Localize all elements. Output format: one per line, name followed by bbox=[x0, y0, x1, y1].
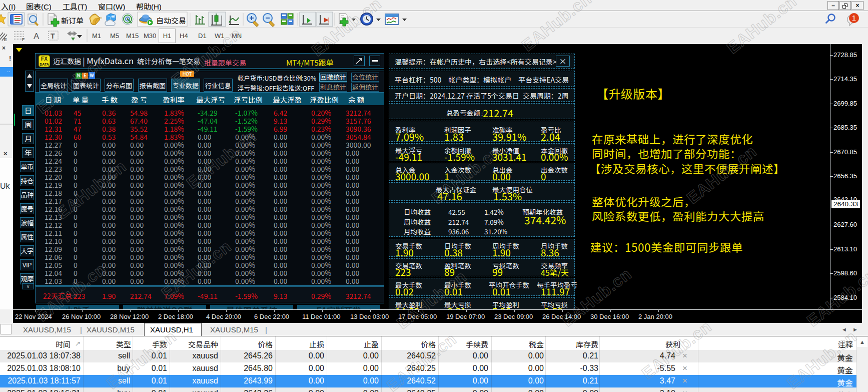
svg-text:A: A bbox=[34, 32, 40, 41]
svg-text:F: F bbox=[22, 37, 25, 42]
svg-text:T: T bbox=[51, 32, 55, 40]
svg-text:1: 1 bbox=[852, 14, 856, 22]
svg-text:E: E bbox=[4, 37, 7, 42]
